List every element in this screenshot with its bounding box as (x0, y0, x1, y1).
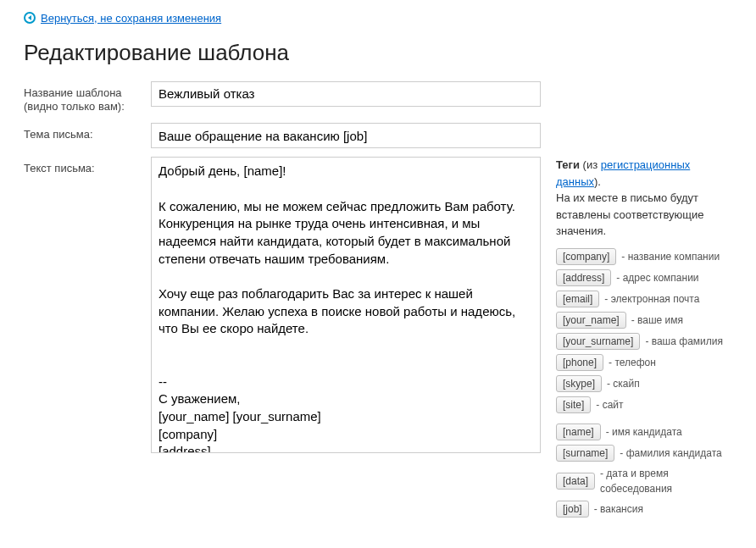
tag-insert-button[interactable]: [your_name] (556, 312, 626, 329)
subject-input[interactable] (151, 123, 541, 148)
tag-row: [address]- адрес компании (556, 269, 732, 286)
subject-label: Тема письма: (24, 123, 151, 142)
tag-insert-button[interactable]: [data] (556, 473, 595, 490)
tag-description: - название компании (621, 249, 720, 264)
tag-description: - адрес компании (616, 270, 698, 285)
tag-insert-button[interactable]: [name] (556, 423, 601, 440)
tag-row: [site]- сайт (556, 396, 732, 413)
body-textarea[interactable] (151, 157, 541, 453)
tag-row: [skype]- скайп (556, 375, 732, 392)
tags-panel: Теги (из регистрационных данных). На их … (556, 157, 732, 528)
tag-row: [your_name]- ваше имя (556, 312, 732, 329)
tags-heading: Теги (556, 158, 580, 171)
body-label: Текст письма: (24, 157, 151, 176)
tag-row: [company]- название компании (556, 248, 732, 265)
tag-row: [data]- дата и время собеседования (556, 466, 732, 496)
tag-description: - дата и время собеседования (600, 466, 732, 496)
tag-description: - ваше имя (631, 313, 683, 328)
tag-description: - сайт (596, 397, 623, 412)
tag-description: - скайп (607, 376, 640, 391)
tag-insert-button[interactable]: [skype] (556, 375, 602, 392)
tag-row: [name]- имя кандидата (556, 423, 732, 440)
tag-insert-button[interactable]: [email] (556, 291, 599, 307)
tag-insert-button[interactable]: [company] (556, 248, 616, 265)
tag-insert-button[interactable]: [phone] (556, 354, 603, 371)
tag-description: - фамилия кандидата (620, 446, 721, 461)
tag-insert-button[interactable]: [job] (556, 501, 589, 518)
template-name-label: Название шаблона (видно только вам): (24, 81, 151, 115)
tag-description: - вакансия (594, 501, 643, 517)
tag-insert-button[interactable]: [address] (556, 269, 611, 286)
tag-description: - электронная почта (604, 291, 699, 307)
tag-description: - телефон (609, 355, 656, 370)
tag-description: - ваша фамилия (645, 334, 723, 349)
back-link-label[interactable]: Вернуться, не сохраняя изменения (41, 12, 221, 25)
tag-row: [phone]- телефон (556, 354, 732, 371)
tag-description: - имя кандидата (606, 424, 682, 440)
page-title: Редактирование шаблона (24, 40, 732, 66)
back-link-top[interactable]: Вернуться, не сохраняя изменения (24, 12, 221, 25)
tag-row: [surname]- фамилия кандидата (556, 445, 732, 462)
tag-insert-button[interactable]: [site] (556, 396, 591, 413)
tag-insert-button[interactable]: [your_surname] (556, 333, 640, 350)
template-name-input[interactable] (151, 81, 541, 107)
tag-row: [your_surname]- ваша фамилия (556, 333, 732, 350)
tag-row: [job]- вакансия (556, 501, 732, 518)
tag-row: [email]- электронная почта (556, 291, 732, 307)
tag-insert-button[interactable]: [surname] (556, 445, 614, 462)
back-arrow-icon (24, 12, 36, 24)
tags-intro-line2: На их месте в письмо будут вставлены соо… (556, 191, 704, 237)
